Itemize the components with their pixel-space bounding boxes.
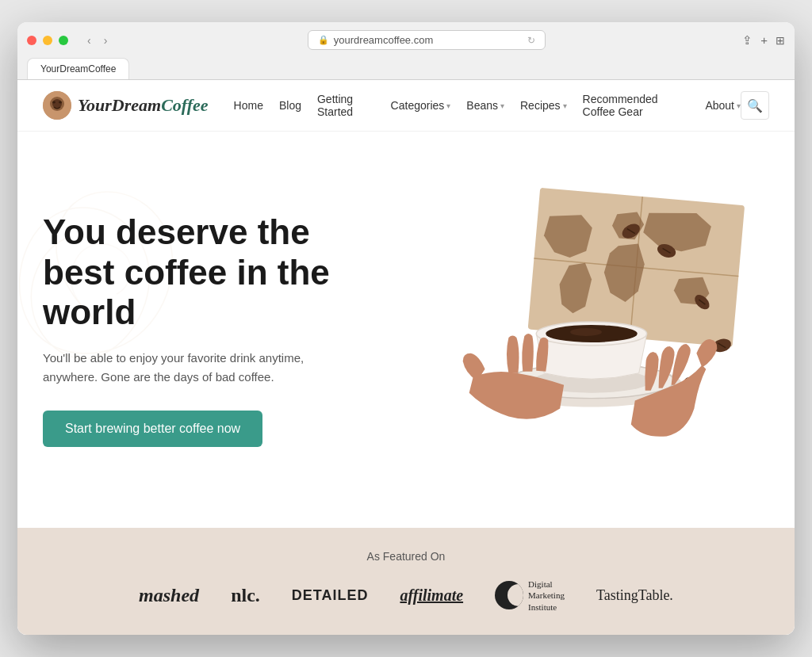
logo-tasting-table: TastingTable. xyxy=(596,587,673,604)
active-tab[interactable]: YourDreamCoffee xyxy=(27,58,129,79)
svg-point-24 xyxy=(570,328,602,336)
hero-cta-button[interactable]: Start brewing better coffee now xyxy=(43,411,262,447)
nav-blog[interactable]: Blog xyxy=(279,99,301,112)
nav-home[interactable]: Home xyxy=(234,99,263,112)
nav-categories[interactable]: Categories ▾ xyxy=(391,99,451,112)
nav-about-label: About xyxy=(705,99,734,112)
logo-text: YourDreamCoffee xyxy=(78,95,209,116)
featured-label: As Featured On xyxy=(43,550,769,563)
nav-getting-started[interactable]: Getting Started xyxy=(317,93,375,118)
back-button[interactable]: ‹ xyxy=(84,32,94,48)
nav-home-label: Home xyxy=(234,99,263,112)
close-button[interactable] xyxy=(27,36,36,45)
nav-blog-label: Blog xyxy=(279,99,301,112)
hero-illustration xyxy=(406,163,769,496)
nav-beans-label: Beans xyxy=(466,99,498,112)
site-navigation: YourDreamCoffee Home Blog Getting Starte… xyxy=(17,80,795,132)
hero-subtitle: You'll be able to enjoy your favorite dr… xyxy=(43,349,360,387)
share-icon[interactable]: ⇪ xyxy=(742,33,753,48)
nav-gear-label: Recommended Coffee Gear xyxy=(583,93,690,118)
url-text: yourdreamcoffee.com xyxy=(334,34,434,46)
featured-section: As Featured On mashed nlc. DETAILED affi… xyxy=(17,528,795,635)
logo-detailed: DETAILED xyxy=(292,587,369,604)
featured-logos: mashed nlc. DETAILED affilimate DigitalM… xyxy=(43,579,769,613)
nav-categories-label: Categories xyxy=(391,99,445,112)
logo-nlc: nlc. xyxy=(231,585,260,606)
search-button[interactable]: 🔍 xyxy=(741,91,769,120)
categories-dropdown-icon: ▾ xyxy=(446,101,450,110)
hero-cta-label: Start brewing better coffee now xyxy=(65,422,240,435)
nav-recipes[interactable]: Recipes ▾ xyxy=(520,99,567,112)
nav-recipes-label: Recipes xyxy=(520,99,561,112)
logo-mashed: mashed xyxy=(139,585,199,606)
lock-icon: 🔒 xyxy=(318,35,329,45)
minimize-button[interactable] xyxy=(43,36,52,45)
address-bar[interactable]: 🔒 yourdreamcoffee.com ↻ xyxy=(308,30,546,50)
dmi-text: DigitalMarketingInstitute xyxy=(528,579,565,613)
logo-dmi: DigitalMarketingInstitute xyxy=(495,579,565,613)
nav-gear[interactable]: Recommended Coffee Gear xyxy=(583,93,690,118)
logo-affilimate: affilimate xyxy=(400,586,463,605)
nav-links: Home Blog Getting Started Categories ▾ B… xyxy=(234,93,741,118)
nav-about[interactable]: About ▾ xyxy=(705,99,741,112)
search-icon: 🔍 xyxy=(747,98,763,113)
nav-getting-started-label: Getting Started xyxy=(317,93,375,118)
website-content: YourDreamCoffee Home Blog Getting Starte… xyxy=(17,80,795,635)
nav-beans[interactable]: Beans ▾ xyxy=(466,99,504,112)
refresh-icon[interactable]: ↻ xyxy=(527,35,535,46)
hero-section: You deserve the best coffee in the world… xyxy=(17,132,795,528)
forward-button[interactable]: › xyxy=(101,32,111,48)
hero-title: You deserve the best coffee in the world xyxy=(43,212,390,333)
recipes-dropdown-icon: ▾ xyxy=(563,101,567,110)
new-tab-icon[interactable]: + xyxy=(760,33,768,47)
dmi-circle-icon xyxy=(495,581,523,609)
maximize-button[interactable] xyxy=(59,36,68,45)
logo-icon xyxy=(43,91,71,120)
grid-icon[interactable]: ⊞ xyxy=(776,34,785,47)
tab-label: YourDreamCoffee xyxy=(40,63,116,74)
browser-actions: ⇪ + ⊞ xyxy=(742,33,785,48)
beans-dropdown-icon: ▾ xyxy=(500,101,504,110)
browser-chrome: ‹ › 🔒 yourdreamcoffee.com ↻ ⇪ + ⊞ YourDr… xyxy=(17,22,795,80)
site-logo[interactable]: YourDreamCoffee xyxy=(43,91,209,120)
hero-illustration-area xyxy=(406,163,769,496)
browser-window: ‹ › 🔒 yourdreamcoffee.com ↻ ⇪ + ⊞ YourDr… xyxy=(17,22,795,635)
hero-content: You deserve the best coffee in the world… xyxy=(43,212,406,447)
